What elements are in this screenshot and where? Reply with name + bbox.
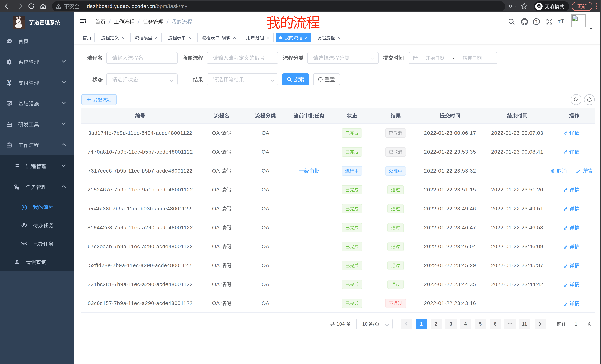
svg-text:?: ?	[535, 19, 538, 24]
